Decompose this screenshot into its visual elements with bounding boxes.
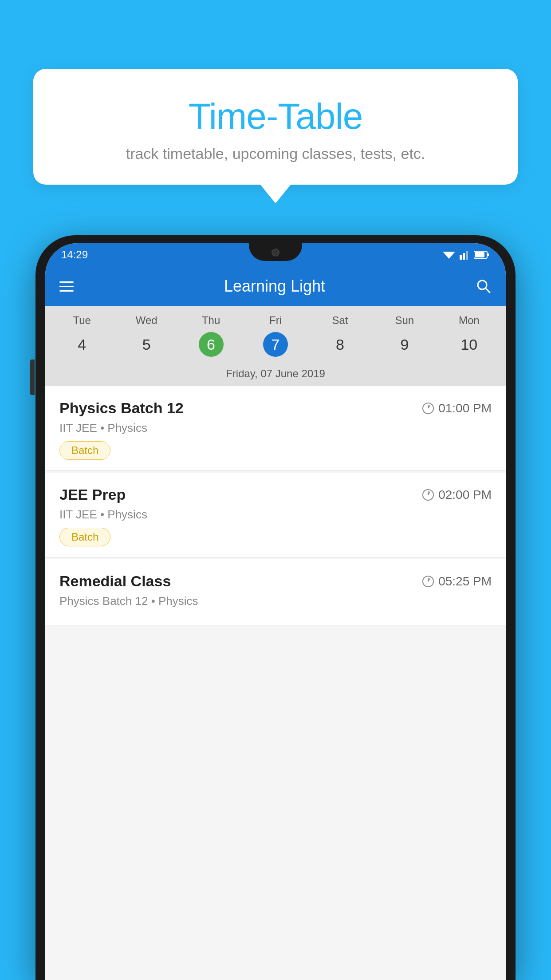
day-header-sun: Sun xyxy=(372,314,437,332)
class-item-remedial[interactable]: Remedial Class 05:25 PM Physics Batch 12… xyxy=(45,559,506,625)
tooltip-title: Time-Table xyxy=(64,95,487,137)
day-dates: 4 5 6 7 8 9 10 xyxy=(45,332,506,364)
batch-badge-2: Batch xyxy=(59,528,110,546)
batch-badge-1: Batch xyxy=(59,441,110,460)
date-8[interactable]: 8 xyxy=(308,332,372,357)
class-meta-1: IIT JEE • Physics xyxy=(59,421,492,435)
class-meta-2: IIT JEE • Physics xyxy=(59,508,492,522)
class-name-1: Physics Batch 12 xyxy=(59,399,184,417)
day-header-wed: Wed xyxy=(114,314,178,332)
day-headers: Tue Wed Thu Fri Sat Sun Mon xyxy=(45,314,506,332)
app-title: Learning Light xyxy=(84,277,465,296)
day-header-tue: Tue xyxy=(50,314,114,332)
svg-marker-0 xyxy=(443,252,455,259)
calendar-strip: Tue Wed Thu Fri Sat Sun Mon 4 5 6 7 8 9 … xyxy=(45,306,506,386)
class-item-header-2: JEE Prep 02:00 PM xyxy=(59,486,492,503)
wifi-icon xyxy=(443,250,455,260)
signal-icon xyxy=(460,250,469,260)
tooltip-subtitle: track timetable, upcoming classes, tests… xyxy=(64,145,487,162)
search-icon xyxy=(476,278,492,294)
date-4[interactable]: 4 xyxy=(50,332,114,357)
class-time-text-3: 05:25 PM xyxy=(438,574,492,589)
date-9[interactable]: 9 xyxy=(372,332,437,357)
svg-rect-5 xyxy=(487,253,489,256)
class-name-2: JEE Prep xyxy=(59,486,126,503)
day-header-mon: Mon xyxy=(437,314,501,332)
day-header-thu: Thu xyxy=(179,314,243,332)
class-meta-3: Physics Batch 12 • Physics xyxy=(59,594,492,608)
date-6-today[interactable]: 6 xyxy=(199,332,224,357)
menu-button[interactable] xyxy=(59,281,74,292)
phone-frame: 14:29 xyxy=(35,235,516,980)
date-7-selected[interactable]: 7 xyxy=(263,332,288,357)
class-list: Physics Batch 12 01:00 PM IIT JEE • Phys… xyxy=(45,386,506,627)
clock-icon-2 xyxy=(422,489,434,501)
class-time-3: 05:25 PM xyxy=(422,574,492,589)
svg-line-8 xyxy=(485,288,490,292)
phone-notch xyxy=(249,243,302,261)
svg-rect-2 xyxy=(463,253,465,260)
clock-icon-1 xyxy=(422,403,434,414)
status-time: 14:29 xyxy=(61,249,88,261)
camera-lens xyxy=(272,249,279,257)
day-header-sat: Sat xyxy=(308,314,372,332)
class-time-text-1: 01:00 PM xyxy=(438,401,492,415)
svg-rect-6 xyxy=(475,252,484,257)
svg-rect-3 xyxy=(466,251,468,260)
clock-icon-3 xyxy=(422,576,434,587)
search-button[interactable] xyxy=(476,278,492,294)
date-5[interactable]: 5 xyxy=(114,332,178,357)
status-icons xyxy=(443,250,490,260)
app-bar: Learning Light xyxy=(45,266,506,306)
date-10[interactable]: 10 xyxy=(437,332,501,357)
phone-screen: 14:29 xyxy=(45,243,506,980)
selected-date-label: Friday, 07 June 2019 xyxy=(45,364,506,386)
battery-icon xyxy=(474,250,490,260)
tooltip-card: Time-Table track timetable, upcoming cla… xyxy=(33,69,518,185)
class-time-text-2: 02:00 PM xyxy=(438,488,492,502)
svg-rect-1 xyxy=(460,255,462,260)
class-name-3: Remedial Class xyxy=(59,573,171,590)
class-time-1: 01:00 PM xyxy=(422,401,492,415)
class-item-header-3: Remedial Class 05:25 PM xyxy=(59,573,492,590)
class-time-2: 02:00 PM xyxy=(422,488,492,502)
class-item-physics-batch[interactable]: Physics Batch 12 01:00 PM IIT JEE • Phys… xyxy=(45,386,506,471)
class-item-jee-prep[interactable]: JEE Prep 02:00 PM IIT JEE • Physics Batc… xyxy=(45,473,506,557)
day-header-fri: Fri xyxy=(243,314,307,332)
class-item-header-1: Physics Batch 12 01:00 PM xyxy=(59,399,492,417)
